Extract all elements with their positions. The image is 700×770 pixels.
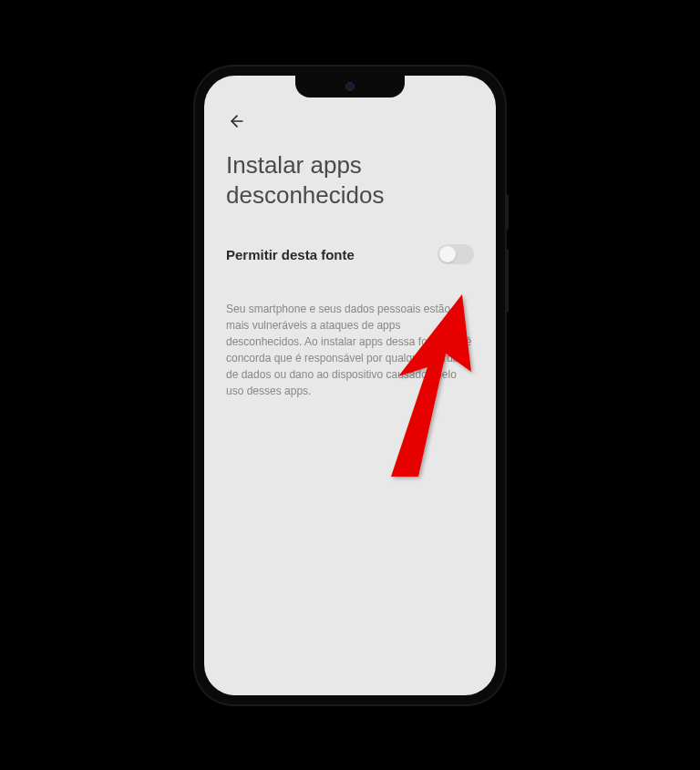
warning-description: Seu smartphone e seus dados pessoais est… — [226, 301, 474, 399]
phone-notch — [295, 76, 405, 98]
phone-frame: Instalar apps desconhecidos Permitir des… — [195, 67, 505, 704]
toggle-thumb — [439, 246, 456, 262]
allow-source-toggle[interactable] — [438, 244, 474, 264]
page-title: Instalar apps desconhecidos — [226, 150, 474, 212]
setting-row: Permitir desta fonte — [226, 244, 474, 264]
setting-label: Permitir desta fonte — [226, 247, 355, 262]
phone-side-button — [505, 194, 509, 231]
front-camera — [345, 82, 355, 91]
back-button[interactable] — [226, 110, 248, 132]
screen-content: Instalar apps desconhecidos Permitir des… — [204, 76, 496, 695]
phone-screen: Instalar apps desconhecidos Permitir des… — [204, 76, 496, 695]
phone-side-button — [505, 249, 509, 313]
back-arrow-icon — [228, 112, 246, 130]
